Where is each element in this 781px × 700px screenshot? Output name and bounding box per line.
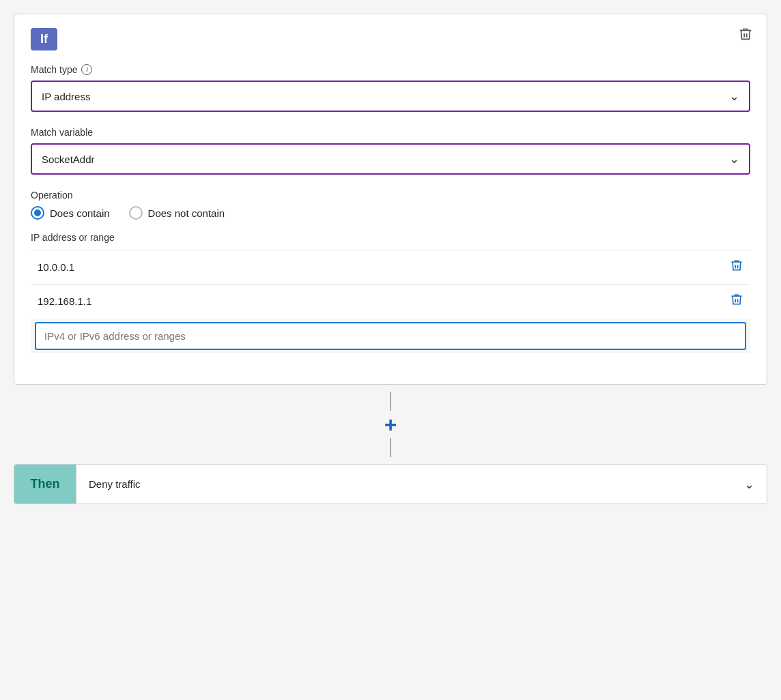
connector-line-top [390,392,391,411]
ip-value-0: 10.0.0.1 [38,261,74,273]
if-card: If Match type i IP address ⌄ Mat [14,14,767,385]
does-not-contain-radio[interactable]: Does not contain [129,206,225,220]
then-card: Then Deny traffic ⌄ [14,464,767,504]
ip-entry-1: 192.168.1.1 [31,284,750,318]
ip-input-row [31,319,750,353]
does-contain-radio[interactable]: Does contain [31,206,110,220]
delete-if-button[interactable] [738,27,753,45]
match-type-dropdown[interactable]: IP address ⌄ [31,81,750,112]
then-badge: Then [14,465,76,504]
match-variable-label: Match variable [31,127,750,138]
then-action-dropdown[interactable]: Deny traffic ⌄ [76,466,767,503]
operation-section: Operation Does contain Does not contain [31,190,750,220]
does-contain-radio-circle [31,206,44,220]
if-then-connector: + [384,385,397,464]
ip-entry-0: 10.0.0.1 [31,250,750,284]
operation-label: Operation [31,190,750,201]
ip-range-section: IP address or range 10.0.0.1 192.168.1.1 [31,232,750,353]
does-contain-label: Does contain [50,207,110,219]
match-variable-chevron-icon: ⌄ [729,151,739,166]
then-action-value: Deny traffic [89,478,141,490]
if-badge: If [31,28,57,50]
ip-address-input[interactable] [35,322,746,350]
add-condition-button[interactable]: + [384,413,397,435]
match-type-chevron-icon: ⌄ [729,89,739,104]
ip-value-1: 192.168.1.1 [38,295,91,307]
ip-range-label: IP address or range [31,232,750,243]
match-type-section: Match type i IP address ⌄ [31,64,750,112]
connector-line-bottom [390,438,391,457]
match-type-info-icon[interactable]: i [81,64,92,75]
match-type-value: IP address [42,91,90,102]
does-not-contain-radio-circle [129,206,143,220]
match-variable-section: Match variable SocketAddr ⌄ [31,127,750,175]
operation-row: Does contain Does not contain [31,206,750,220]
page-wrapper: If Match type i IP address ⌄ Mat [14,14,767,504]
match-type-label: Match type i [31,64,750,75]
does-not-contain-label: Does not contain [148,207,225,219]
match-variable-value: SocketAddr [42,154,95,165]
then-action-chevron-icon: ⌄ [744,477,754,492]
delete-ip-0-button[interactable] [730,259,743,276]
match-variable-dropdown[interactable]: SocketAddr ⌄ [31,143,750,175]
delete-ip-1-button[interactable] [730,293,743,310]
